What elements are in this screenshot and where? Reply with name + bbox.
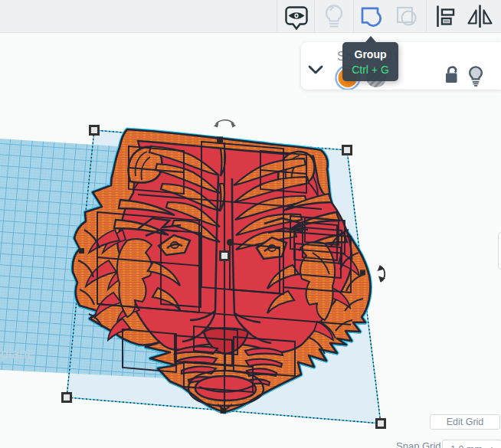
svg-text:plane: plane xyxy=(1,346,34,361)
